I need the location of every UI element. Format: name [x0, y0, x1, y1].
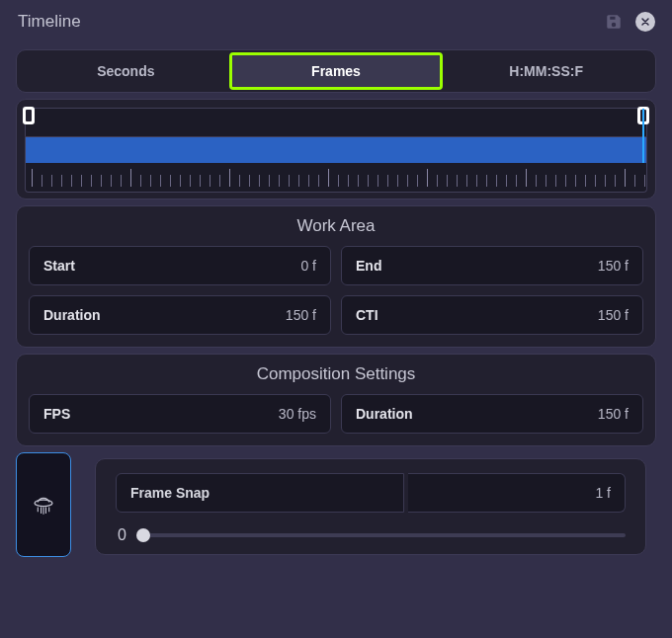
field-label: Start: [43, 258, 300, 274]
panel-title: Timeline: [18, 12, 603, 32]
timeline-range-track[interactable]: [25, 108, 647, 137]
slider-min-label: 0: [118, 526, 133, 544]
save-icon[interactable]: [603, 11, 625, 33]
field-label: End: [356, 258, 598, 274]
composition-settings-title: Composition Settings: [29, 364, 643, 384]
work-area-section: Work Area Start 0 f End 150 f Duration 1…: [16, 205, 656, 348]
frame-snap-label: Frame Snap: [116, 473, 404, 513]
field-value: 150 f: [598, 307, 629, 323]
close-icon: [635, 12, 655, 32]
field-value: 150 f: [598, 258, 629, 274]
work-area-cti-field[interactable]: CTI 150 f: [341, 295, 643, 335]
work-area-duration-field[interactable]: Duration 150 f: [29, 295, 331, 335]
field-value: 150 f: [286, 307, 316, 323]
snap-mode-button[interactable]: [16, 452, 71, 557]
field-label: CTI: [356, 307, 598, 323]
close-button[interactable]: [634, 11, 656, 33]
tab-label: H:MM:SS:F: [509, 63, 583, 79]
range-start-thumb[interactable]: [23, 107, 35, 124]
bottom-row: Frame Snap 1 f 0: [16, 452, 656, 561]
timeline-ruler[interactable]: [25, 163, 647, 193]
frame-snap-value[interactable]: 1 f: [408, 473, 626, 513]
field-value: 0 f: [300, 258, 316, 274]
work-area-start-field[interactable]: Start 0 f: [29, 246, 331, 285]
header-actions: [603, 11, 656, 33]
tab-label: Seconds: [97, 63, 154, 79]
svg-point-0: [35, 500, 52, 507]
slider-thumb[interactable]: [136, 528, 150, 542]
composition-settings-section: Composition Settings FPS 30 fps Duration…: [16, 354, 656, 446]
work-area-end-field[interactable]: End 150 f: [341, 246, 643, 285]
field-value: 30 fps: [279, 406, 316, 422]
timeline-work-area-bar[interactable]: [25, 137, 647, 163]
panel-header: Timeline: [6, 0, 666, 43]
frame-snap-slider-wrap: 0: [116, 526, 626, 544]
tab-frames[interactable]: Frames: [231, 54, 442, 88]
comp-duration-field[interactable]: Duration 150 f: [341, 394, 643, 434]
tab-hmmssf[interactable]: H:MM:SS:F: [441, 54, 651, 88]
time-format-tabs: Seconds Frames H:MM:SS:F: [16, 49, 656, 93]
timeline-track: [16, 99, 656, 199]
fps-field[interactable]: FPS 30 fps: [29, 394, 331, 434]
frame-snap-slider[interactable]: [143, 533, 626, 537]
field-label: Duration: [43, 307, 286, 323]
tab-label: Frames: [311, 63, 361, 79]
ufo-icon: [31, 492, 56, 518]
timeline-panel: Timeline Seconds Frames H:MM:SS:F: [0, 0, 672, 638]
field-value: 150 f: [598, 406, 629, 422]
frame-snap-section: Frame Snap 1 f 0: [95, 458, 646, 555]
tab-seconds[interactable]: Seconds: [21, 54, 231, 88]
field-label: Duration: [356, 406, 598, 422]
work-area-title: Work Area: [29, 216, 643, 236]
field-label: FPS: [43, 406, 279, 422]
